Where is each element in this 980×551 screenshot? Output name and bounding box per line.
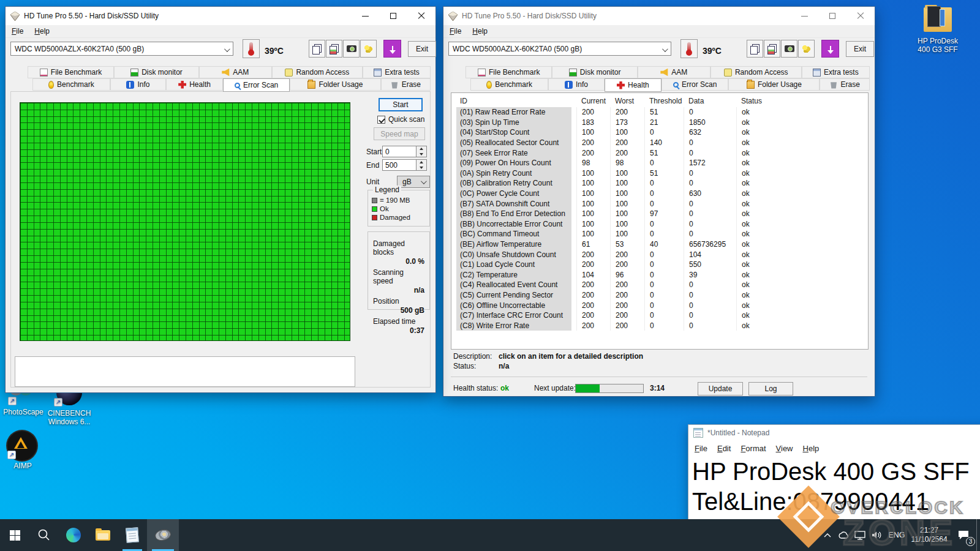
table-row[interactable]: (B7) SATA Downshift Count10010000ok xyxy=(456,198,868,209)
exit-button[interactable]: Exit xyxy=(408,41,436,57)
tab-extra-tests[interactable]: Extra tests xyxy=(363,66,431,78)
menu-help[interactable]: Help xyxy=(472,27,488,36)
screenshot-button[interactable] xyxy=(781,40,797,58)
quick-scan-checkbox[interactable] xyxy=(377,116,385,124)
table-row[interactable]: (05) Reallocated Sector Count2002001400o… xyxy=(456,138,868,148)
titlebar[interactable]: HD Tune Pro 5.50 - Hard Disk/SSD Utility xyxy=(443,7,875,25)
tab-health[interactable]: Health xyxy=(605,78,662,92)
log-button[interactable]: Log xyxy=(748,382,793,395)
minimize-button[interactable] xyxy=(790,7,818,25)
download-button[interactable] xyxy=(383,40,401,58)
column-header[interactable]: Data xyxy=(684,95,736,107)
tab-file-benchmark[interactable]: File Benchmark xyxy=(466,66,552,78)
end-spinner[interactable] xyxy=(417,159,427,171)
menu-format[interactable]: Format xyxy=(741,444,766,453)
table-row[interactable]: (04) Start/Stop Count1001000632ok xyxy=(456,127,868,138)
copy-image-button[interactable] xyxy=(326,40,342,58)
network-button[interactable] xyxy=(851,519,869,551)
notepad-text-area[interactable]: HP ProDesk 400 GS SFF Tel&Line:087990044… xyxy=(688,455,980,517)
start-input[interactable]: 0 xyxy=(382,146,417,157)
tab-file-benchmark[interactable]: File Benchmark xyxy=(28,66,114,78)
column-header[interactable]: Current xyxy=(576,95,610,107)
table-row[interactable]: (BC) Command Timeout10010000ok xyxy=(456,229,868,239)
unit-select[interactable]: gB xyxy=(397,176,430,188)
table-row[interactable]: (0A) Spin Retry Count100100510ok xyxy=(456,168,868,179)
table-row[interactable]: (C5) Current Pending Sector20020000ok xyxy=(456,290,868,301)
copy-text-button[interactable] xyxy=(309,40,325,58)
start-spinner[interactable] xyxy=(417,146,427,157)
menu-view[interactable]: View xyxy=(776,444,793,453)
menu-file[interactable]: File xyxy=(12,27,23,36)
speed-map-button[interactable]: Speed map xyxy=(374,127,425,140)
table-row[interactable]: (01) Raw Read Error Rate200200510ok xyxy=(456,107,868,118)
menu-help[interactable]: Help xyxy=(34,27,50,36)
desktop-icon-aimp[interactable]: ↗ AIMP xyxy=(1,431,44,470)
tab-random-access[interactable]: Random Access xyxy=(272,66,363,78)
table-row[interactable]: (0B) Calibration Retry Count10010000ok xyxy=(456,178,868,189)
update-button[interactable]: Update xyxy=(698,382,743,395)
end-input[interactable]: 500 xyxy=(382,159,417,171)
drive-select[interactable]: WDC WD5000AZLX-60K2TA0 (500 gB) xyxy=(10,42,233,56)
hdtune-taskbar-button[interactable] xyxy=(147,519,179,551)
download-button[interactable] xyxy=(821,40,839,58)
tab-benchmark[interactable]: Benchmark xyxy=(470,78,548,91)
tab-health[interactable]: Health xyxy=(166,78,223,91)
start-button[interactable] xyxy=(0,519,29,551)
tab-extra-tests[interactable]: Extra tests xyxy=(802,66,870,78)
column-header[interactable]: Status xyxy=(736,95,868,107)
close-button[interactable] xyxy=(407,7,435,25)
column-header[interactable]: Worst xyxy=(610,95,644,107)
table-row[interactable]: (C6) Offline Uncorrectable20020000ok xyxy=(456,300,868,310)
menu-edit[interactable]: Edit xyxy=(717,444,731,453)
copy-image-button[interactable] xyxy=(764,40,780,58)
tray-expand-button[interactable] xyxy=(820,519,835,551)
donate-button[interactable] xyxy=(798,40,815,58)
tab-folder-usage[interactable]: Folder Usage xyxy=(728,78,820,91)
tab-error-scan[interactable]: Error Scan xyxy=(223,78,290,92)
donate-button[interactable] xyxy=(360,40,377,58)
column-header[interactable]: Threshold xyxy=(644,95,684,107)
edge-button[interactable] xyxy=(59,519,88,551)
table-row[interactable]: (C2) Temperature10496039ok xyxy=(456,270,868,280)
table-row[interactable]: (09) Power On Hours Count989801572ok xyxy=(456,158,868,168)
tray-cloud-button[interactable] xyxy=(835,519,851,551)
tab-folder-usage[interactable]: Folder Usage xyxy=(290,78,381,91)
quick-scan-row[interactable]: Quick scan xyxy=(377,115,424,124)
tab-error-scan[interactable]: Error Scan xyxy=(662,78,728,91)
tab-erase[interactable]: Erase xyxy=(381,78,431,91)
file-explorer-button[interactable] xyxy=(88,519,118,551)
table-row[interactable]: (C4) Reallocated Event Count20020000ok xyxy=(456,280,868,290)
show-desktop-button[interactable] xyxy=(976,519,980,551)
tab-benchmark[interactable]: Benchmark xyxy=(32,78,110,91)
menu-file[interactable]: File xyxy=(450,27,461,36)
table-row[interactable]: (BB) Uncorrectable Error Count10010000ok xyxy=(456,219,868,230)
clock-button[interactable]: 21:27 11/10/2564 xyxy=(908,519,951,551)
titlebar[interactable]: HD Tune Pro 5.50 - Hard Disk/SSD Utility xyxy=(6,7,435,25)
table-row[interactable]: (03) Spin Up Time183173211850ok xyxy=(456,118,868,128)
tab-random-access[interactable]: Random Access xyxy=(710,66,802,78)
table-row[interactable]: (07) Seek Error Rate200200510ok xyxy=(456,148,868,158)
table-row[interactable]: (C7) Interface CRC Error Count20020000ok xyxy=(456,310,868,321)
maximize-button[interactable] xyxy=(379,7,407,25)
table-row[interactable]: (B8) End To End Error Detection100100970… xyxy=(456,209,868,219)
notepad-taskbar-button[interactable] xyxy=(118,519,147,551)
table-row[interactable]: (0C) Power Cycle Count1001000630ok xyxy=(456,189,868,199)
tab-aam[interactable]: AAM xyxy=(199,66,271,78)
close-button[interactable] xyxy=(846,7,875,25)
start-scan-button[interactable]: Start xyxy=(379,98,423,111)
table-row[interactable]: (BE) Airflow Temperature615340656736295o… xyxy=(456,239,868,250)
tab-disk-monitor[interactable]: Disk monitor xyxy=(552,66,638,78)
menu-help[interactable]: Help xyxy=(803,444,820,453)
language-button[interactable]: ENG xyxy=(886,519,908,551)
table-row[interactable]: (C0) Unsafe Shutdown Count2002000104ok xyxy=(456,249,868,260)
menu-file[interactable]: File xyxy=(695,444,707,453)
search-button[interactable] xyxy=(29,519,59,551)
volume-button[interactable] xyxy=(869,519,886,551)
tab-erase[interactable]: Erase xyxy=(820,78,870,91)
copy-text-button[interactable] xyxy=(747,40,763,58)
temperature-button[interactable] xyxy=(243,39,260,58)
tab-info[interactable]: Info xyxy=(110,78,166,91)
column-header[interactable]: ID xyxy=(456,95,576,107)
maximize-button[interactable] xyxy=(818,7,846,25)
drive-select[interactable]: WDC WD5000AZLX-60K2TA0 (500 gB) xyxy=(448,42,671,56)
